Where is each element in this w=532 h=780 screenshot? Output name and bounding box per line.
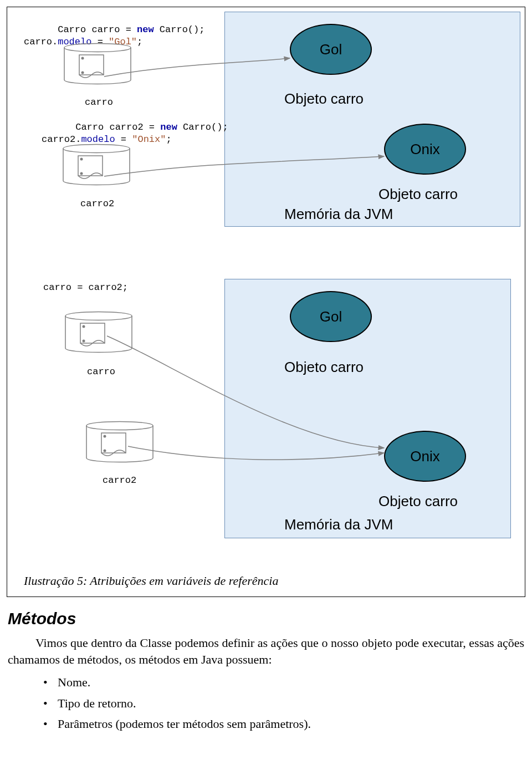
code-text: ; bbox=[137, 37, 142, 47]
object-gol-1: Gol bbox=[290, 24, 372, 75]
code-block-3: carro = carro2; bbox=[43, 282, 128, 294]
object-label: Objeto carro bbox=[284, 90, 364, 108]
memory-title: Memória da JVM bbox=[284, 206, 393, 223]
ellipse-label: Onix bbox=[410, 448, 439, 465]
var-label-carro: carro bbox=[85, 97, 113, 108]
section-heading: Métodos bbox=[8, 609, 524, 628]
document-icon bbox=[76, 154, 105, 182]
document-icon bbox=[77, 53, 106, 81]
memory-title: Memória da JVM bbox=[284, 516, 393, 533]
object-label: Objeto carro bbox=[378, 186, 458, 203]
var-label-carro2: carro2 bbox=[80, 198, 114, 209]
document-icon bbox=[78, 321, 107, 350]
figure-caption: Ilustração 5: Atribuições em variáveis d… bbox=[24, 574, 278, 588]
var-label-carro2: carro2 bbox=[103, 475, 136, 486]
code-string: "Onix" bbox=[132, 134, 166, 145]
svg-point-7 bbox=[83, 325, 85, 328]
object-label: Objeto carro bbox=[378, 493, 458, 510]
list-item: Tipo de retorno. bbox=[58, 693, 524, 713]
code-text: Carro carro2 = bbox=[75, 122, 160, 132]
ellipse-label: Gol bbox=[320, 308, 342, 325]
section-paragraph: Vimos que dentro da Classe podemos defin… bbox=[8, 635, 524, 667]
svg-point-1 bbox=[81, 57, 84, 60]
list-item: Parâmetros (podemos ter métodos sem parâ… bbox=[58, 713, 524, 734]
object-onix-2: Onix bbox=[384, 431, 466, 482]
connector-arrow bbox=[128, 441, 388, 474]
ellipse-label: Onix bbox=[410, 141, 439, 158]
svg-point-10 bbox=[104, 435, 106, 438]
code-text: Carro carro = bbox=[58, 24, 137, 35]
svg-point-4 bbox=[80, 158, 83, 161]
list-item: Nome. bbox=[58, 672, 524, 692]
svg-point-8 bbox=[83, 340, 85, 343]
bullet-list: Nome. Tipo de retorno. Parâmetros (podem… bbox=[8, 672, 524, 734]
figure-container: Carro carro = new Carro(); carro.modelo … bbox=[7, 7, 525, 597]
code-text: Carro(); bbox=[154, 24, 205, 35]
code-text: carro = carro2; bbox=[43, 282, 128, 293]
code-text: carro. bbox=[24, 37, 58, 47]
keyword-new: new bbox=[160, 122, 177, 132]
memory-box-1 bbox=[224, 12, 520, 227]
connector-arrow bbox=[104, 58, 293, 80]
object-onix-1: Onix bbox=[384, 124, 466, 175]
code-text: Carro(); bbox=[177, 122, 228, 132]
svg-point-11 bbox=[104, 450, 106, 452]
keyword-new: new bbox=[137, 24, 154, 35]
svg-point-5 bbox=[80, 172, 83, 175]
svg-point-2 bbox=[81, 72, 84, 74]
ellipse-label: Gol bbox=[320, 41, 342, 58]
section-text: Métodos Vimos que dentro da Classe podem… bbox=[7, 609, 525, 735]
code-text: ; bbox=[166, 134, 171, 145]
connector-arrow bbox=[104, 160, 387, 182]
